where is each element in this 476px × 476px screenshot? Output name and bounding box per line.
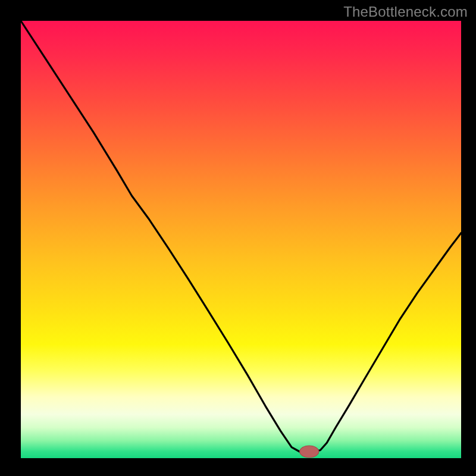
watermark-text: TheBottleneck.com	[343, 4, 468, 20]
optimal-point-marker	[300, 446, 319, 458]
chart-svg	[21, 21, 461, 458]
plot-area	[21, 21, 461, 458]
chart-frame: TheBottleneck.com	[0, 0, 476, 476]
bottleneck-curve	[21, 21, 461, 452]
